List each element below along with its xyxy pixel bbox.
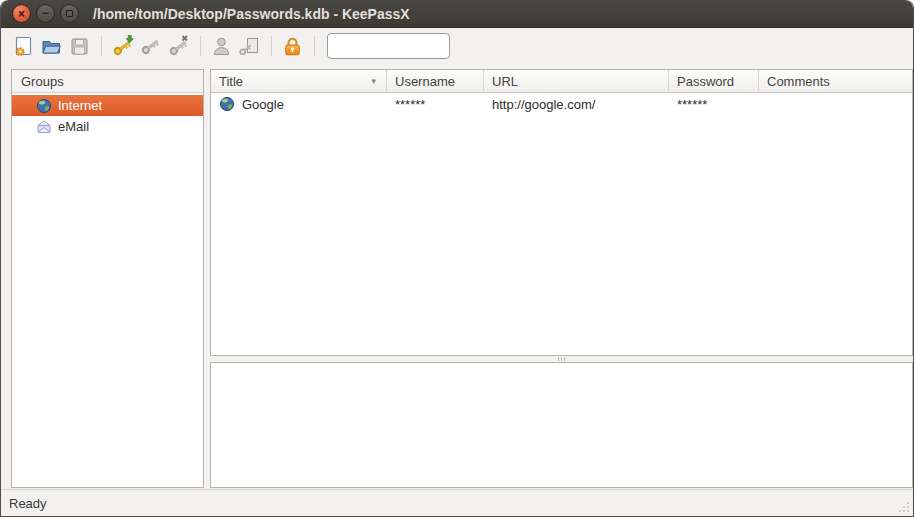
- entry-row-google[interactable]: Google ****** http://google.com/ ******: [211, 93, 912, 115]
- maximize-button[interactable]: [60, 4, 79, 23]
- groups-panel-header: Groups: [12, 70, 203, 93]
- open-database-button[interactable]: [38, 33, 65, 60]
- copy-username-button[interactable]: [208, 33, 235, 60]
- toolbar-separator: [101, 36, 102, 56]
- toolbar-separator: [271, 36, 272, 56]
- minimize-icon: −: [42, 7, 49, 19]
- person-icon: [210, 35, 233, 58]
- key-add-icon: [111, 34, 135, 58]
- edit-entry-button[interactable]: [137, 33, 164, 60]
- toolbar-separator: [314, 36, 315, 56]
- entries-table: Title ▾ Username URL Password Comments: [210, 69, 913, 356]
- toolbar: [1, 28, 913, 64]
- groups-tree: Internet eMail: [12, 93, 203, 137]
- entry-password: ******: [677, 97, 707, 112]
- sort-descending-icon: ▾: [371, 76, 378, 86]
- column-label: Password: [677, 74, 734, 89]
- status-bar: Ready: [1, 489, 913, 516]
- key-page-icon: [238, 35, 261, 58]
- close-icon: ×: [18, 8, 25, 20]
- padlock-icon: [281, 35, 304, 58]
- globe-icon: [36, 98, 52, 114]
- entry-username-cell: ******: [387, 97, 484, 112]
- entry-password-cell: ******: [669, 97, 759, 112]
- new-database-button[interactable]: [10, 33, 37, 60]
- add-entry-button[interactable]: [109, 33, 136, 60]
- minimize-button[interactable]: −: [36, 4, 55, 23]
- group-label: eMail: [58, 119, 89, 134]
- column-label: Title: [219, 74, 243, 89]
- resize-grip[interactable]: [897, 500, 910, 513]
- save-floppy-icon: [68, 35, 91, 58]
- group-item-email[interactable]: eMail: [12, 116, 203, 137]
- column-header-password[interactable]: Password: [669, 70, 759, 92]
- splitter-grip-icon: [561, 357, 562, 361]
- group-item-internet[interactable]: Internet: [12, 95, 203, 116]
- column-header-username[interactable]: Username: [387, 70, 484, 92]
- column-header-comments[interactable]: Comments: [759, 70, 912, 92]
- globe-icon: [219, 96, 235, 112]
- entry-title: Google: [242, 97, 284, 112]
- column-label: Username: [395, 74, 455, 89]
- entry-username: ******: [395, 97, 425, 112]
- copy-password-button[interactable]: [236, 33, 263, 60]
- splitter-grip-icon: [564, 357, 565, 361]
- maximize-icon: [66, 10, 73, 17]
- new-database-icon: [12, 35, 35, 58]
- splitter-grip-icon: [558, 357, 559, 361]
- status-text: Ready: [9, 496, 47, 511]
- close-button[interactable]: ×: [12, 4, 31, 23]
- save-database-button[interactable]: [66, 33, 93, 60]
- column-header-url[interactable]: URL: [484, 70, 669, 92]
- entry-detail-panel: [210, 362, 913, 488]
- groups-header-label: Groups: [21, 74, 64, 89]
- keepassx-window: × − /home/tom/Desktop/Passwords.kdb - Ke…: [0, 0, 914, 517]
- entry-title-cell: Google: [211, 96, 387, 112]
- groups-panel: Groups Internet: [11, 69, 204, 488]
- toolbar-separator: [200, 36, 201, 56]
- entry-url: http://google.com/: [492, 97, 595, 112]
- window-title: /home/tom/Desktop/Passwords.kdb - KeePas…: [93, 6, 410, 22]
- column-header-title[interactable]: Title ▾: [211, 70, 387, 92]
- envelope-icon: [36, 119, 52, 135]
- delete-entry-button[interactable]: [165, 33, 192, 60]
- key-delete-icon: [167, 34, 191, 58]
- table-header: Title ▾ Username URL Password Comments: [211, 70, 912, 93]
- titlebar: × − /home/tom/Desktop/Passwords.kdb - Ke…: [1, 0, 913, 28]
- entry-url-cell: http://google.com/: [484, 97, 669, 112]
- column-label: URL: [492, 74, 518, 89]
- lock-workspace-button[interactable]: [279, 33, 306, 60]
- column-label: Comments: [767, 74, 830, 89]
- search-input[interactable]: [327, 33, 450, 59]
- open-folder-icon: [40, 35, 63, 58]
- key-icon: [139, 34, 163, 58]
- group-label: Internet: [58, 98, 102, 113]
